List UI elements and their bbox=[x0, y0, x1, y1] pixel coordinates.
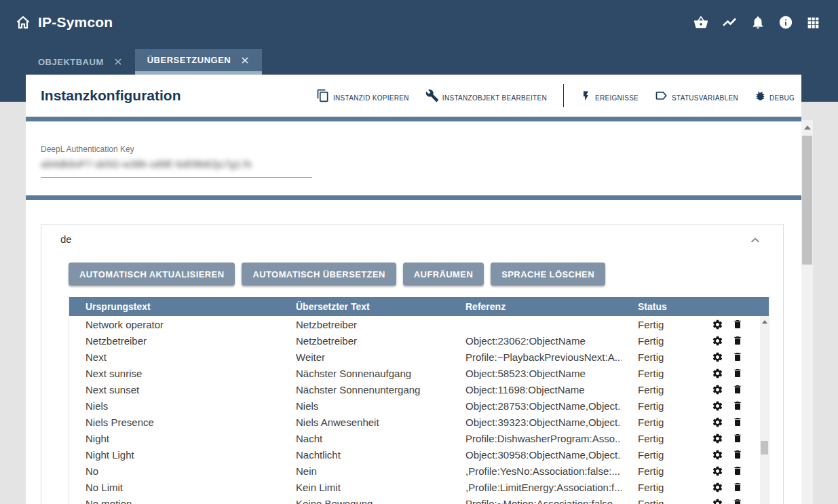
deepl-key-field[interactable]: a94dk8xP7-sb5G-w38k-sd9E-bd09b82ju7g1:fx bbox=[41, 158, 252, 170]
status-cell: Fertig bbox=[622, 433, 683, 444]
table-row[interactable]: Network operator Netzbetreiber Fertig bbox=[69, 316, 769, 332]
delete-trash-icon[interactable] bbox=[732, 498, 743, 504]
page-scrollbar[interactable] bbox=[801, 120, 813, 504]
delete-trash-icon[interactable] bbox=[732, 465, 743, 476]
translation-cell: Nacht bbox=[280, 433, 449, 444]
settings-gear-icon[interactable] bbox=[712, 416, 723, 428]
source-cell: No bbox=[69, 465, 280, 477]
reference-cell: Object:28753:ObjectName,Object... bbox=[449, 400, 622, 412]
table-row[interactable]: No motion Keine Bewegung Profile:~Motion… bbox=[69, 495, 769, 504]
table-row[interactable]: Night Light Nachtlicht Object:30958:Obje… bbox=[69, 446, 769, 463]
copy-instance-id-button[interactable]: INSTANZID KOPIEREN bbox=[316, 89, 409, 102]
scroll-up-icon[interactable] bbox=[804, 125, 811, 130]
delete-trash-icon[interactable] bbox=[732, 335, 743, 346]
status-cell: Fertig bbox=[622, 400, 683, 412]
events-button[interactable]: EREIGNISSE bbox=[580, 90, 639, 102]
delete-language-button[interactable]: SPRACHE LÖSCHEN bbox=[491, 263, 605, 286]
delete-trash-icon[interactable] bbox=[732, 400, 743, 411]
source-cell: Netzbetreiber bbox=[69, 335, 280, 347]
content-panel: Instanzkonfiguration INSTANZID KOPIEREN … bbox=[26, 75, 801, 504]
table-row[interactable]: Night Nacht Profile:DishwasherProgram:As… bbox=[69, 430, 769, 446]
settings-gear-icon[interactable] bbox=[712, 335, 723, 347]
app-title: IP-Symcon bbox=[38, 14, 113, 31]
translation-cell: Nein bbox=[280, 465, 449, 477]
delete-trash-icon[interactable] bbox=[732, 482, 743, 492]
table-row[interactable]: Next Weiter Profile:~PlaybackPreviousNex… bbox=[69, 349, 769, 365]
table-row[interactable]: No Limit Kein Limit ,Profile:LimitEnergy… bbox=[69, 479, 769, 495]
debug-button[interactable]: DEBUG bbox=[755, 90, 795, 102]
settings-gear-icon[interactable] bbox=[712, 433, 723, 444]
close-icon[interactable] bbox=[113, 57, 123, 66]
table-row[interactable]: No Nein ,Profile:YesNo:Association:false… bbox=[69, 463, 769, 479]
settings-gear-icon[interactable] bbox=[712, 465, 723, 477]
section-divider bbox=[26, 195, 801, 200]
translation-cell: Niels Anwesenheit bbox=[280, 416, 449, 428]
scrollbar-thumb[interactable] bbox=[802, 136, 812, 265]
trend-icon[interactable] bbox=[721, 14, 738, 31]
table-row[interactable]: Niels Presence Niels Anwesenheit Object:… bbox=[69, 414, 769, 430]
notifications-icon[interactable] bbox=[750, 15, 765, 30]
translation-cell: Nächster Sonnenaufgang bbox=[280, 368, 449, 379]
tab-label: OBJEKTBAUM bbox=[38, 57, 104, 67]
settings-gear-icon[interactable] bbox=[712, 498, 723, 504]
edit-instance-object-button[interactable]: INSTANZOBJEKT BEARBEITEN bbox=[425, 89, 547, 102]
topbar: IP-Symcon bbox=[0, 0, 838, 45]
input-underline bbox=[41, 177, 312, 178]
scroll-up-icon[interactable] bbox=[762, 320, 767, 324]
language-card: de AUTOMATISCH AKTUALISIEREN AUTOMATISCH… bbox=[41, 224, 784, 504]
status-variables-button[interactable]: STATUSVARIABLEN bbox=[655, 89, 738, 102]
home-icon[interactable] bbox=[15, 14, 31, 31]
col-status: Status bbox=[622, 301, 683, 312]
reference-cell: Profile:~PlaybackPreviousNext:A... bbox=[449, 351, 622, 363]
info-icon[interactable] bbox=[778, 15, 793, 30]
apps-grid-icon[interactable] bbox=[806, 16, 820, 30]
reference-cell: Object:23062:ObjectName bbox=[449, 335, 622, 347]
table-row[interactable]: Next sunset Nächster Sonnenuntergang Obj… bbox=[69, 381, 769, 398]
status-cell: Fertig bbox=[622, 449, 683, 461]
brand: IP-Symcon bbox=[0, 14, 113, 31]
delete-trash-icon[interactable] bbox=[732, 449, 743, 460]
auto-update-button[interactable]: AUTOMATISCH AKTUALISIEREN bbox=[69, 263, 235, 286]
scrollbar-thumb[interactable] bbox=[761, 441, 768, 454]
settings-gear-icon[interactable] bbox=[712, 482, 723, 493]
close-icon[interactable] bbox=[240, 56, 250, 65]
status-cell: Fertig bbox=[622, 416, 683, 428]
deepl-key-label: DeepL Authentication Key bbox=[41, 144, 134, 154]
table-row[interactable]: Niels Niels Object:28753:ObjectName,Obje… bbox=[69, 398, 769, 414]
table-scrollbar[interactable] bbox=[760, 316, 769, 504]
status-cell: Fertig bbox=[622, 384, 683, 395]
table-row[interactable]: Netzbetreiber Netzbetreiber Object:23062… bbox=[69, 332, 769, 349]
tab-uebersetzungen[interactable]: ÜBERSETZUNGEN bbox=[135, 49, 263, 75]
tab-objektbaum[interactable]: OBJEKTBAUM bbox=[26, 49, 135, 75]
store-icon[interactable] bbox=[693, 15, 708, 30]
copy-icon bbox=[316, 89, 330, 102]
settings-gear-icon[interactable] bbox=[712, 319, 723, 330]
cleanup-button[interactable]: AUFRÄUMEN bbox=[403, 263, 484, 286]
label-icon bbox=[655, 89, 668, 102]
status-cell: Fertig bbox=[622, 319, 683, 330]
chevron-up-icon[interactable] bbox=[748, 233, 763, 248]
status-cell: Fertig bbox=[622, 368, 683, 379]
source-cell: Next sunset bbox=[69, 384, 280, 395]
table-body: Network operator Netzbetreiber Fertig Ne… bbox=[69, 316, 769, 504]
settings-gear-icon[interactable] bbox=[712, 400, 723, 412]
source-cell: Niels bbox=[69, 400, 280, 412]
delete-trash-icon[interactable] bbox=[732, 319, 743, 330]
delete-trash-icon[interactable] bbox=[732, 368, 743, 379]
reference-cell: Object:58523:ObjectName bbox=[449, 368, 622, 379]
settings-gear-icon[interactable] bbox=[712, 368, 723, 379]
reference-cell: ,Profile:YesNo:Association:false:... bbox=[449, 465, 622, 477]
instance-toolbar: INSTANZID KOPIEREN INSTANZOBJEKT BEARBEI… bbox=[316, 84, 801, 107]
settings-gear-icon[interactable] bbox=[712, 384, 723, 395]
settings-gear-icon[interactable] bbox=[712, 449, 723, 461]
delete-trash-icon[interactable] bbox=[732, 416, 743, 427]
delete-trash-icon[interactable] bbox=[732, 384, 743, 395]
delete-trash-icon[interactable] bbox=[732, 351, 743, 362]
translation-cell: Niels bbox=[280, 400, 449, 412]
settings-gear-icon[interactable] bbox=[712, 351, 723, 363]
table-row[interactable]: Next sunrise Nächster Sonnenaufgang Obje… bbox=[69, 365, 769, 381]
bug-icon bbox=[755, 90, 766, 102]
reference-cell: Profile:~Motion:Association:false... bbox=[449, 498, 622, 504]
auto-translate-button[interactable]: AUTOMATISCH ÜBERSETZEN bbox=[242, 263, 396, 286]
delete-trash-icon[interactable] bbox=[732, 433, 743, 444]
